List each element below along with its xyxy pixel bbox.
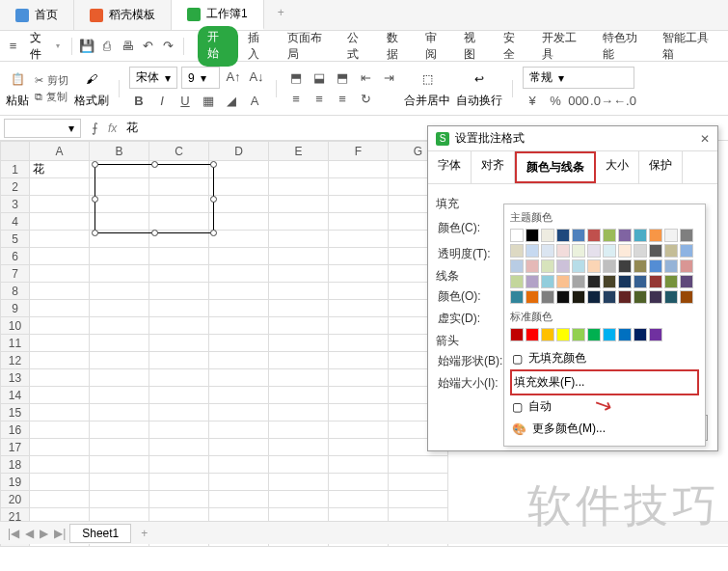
indent-inc-button[interactable]: ⇥ — [379, 68, 398, 88]
color-swatch[interactable] — [526, 229, 539, 242]
color-swatch[interactable] — [603, 290, 616, 304]
cell[interactable] — [329, 456, 389, 474]
italic-button[interactable]: I — [152, 91, 172, 110]
color-swatch[interactable] — [634, 290, 647, 304]
orientation-button[interactable]: ↻ — [356, 90, 375, 109]
cell[interactable] — [389, 491, 448, 508]
color-swatch[interactable] — [510, 229, 524, 242]
cell[interactable] — [30, 196, 90, 213]
row-header[interactable]: 18 — [1, 456, 30, 474]
cell[interactable] — [209, 352, 269, 369]
align-top-button[interactable]: ⬒ — [286, 68, 306, 88]
color-swatch[interactable] — [680, 229, 693, 242]
row-header[interactable]: 15 — [1, 404, 30, 421]
color-swatch[interactable] — [680, 290, 693, 304]
cell[interactable] — [329, 491, 389, 508]
cell[interactable] — [90, 335, 149, 352]
color-swatch[interactable] — [664, 244, 678, 258]
cell[interactable] — [149, 474, 209, 491]
cell[interactable] — [269, 387, 329, 404]
color-swatch[interactable] — [526, 259, 539, 273]
tab-font[interactable]: 字体 — [428, 151, 472, 183]
cell[interactable] — [329, 439, 389, 456]
cell[interactable] — [269, 335, 329, 352]
color-swatch[interactable] — [510, 290, 524, 304]
cell[interactable] — [90, 317, 149, 335]
cell[interactable] — [149, 439, 209, 456]
cell[interactable] — [30, 387, 90, 404]
color-swatch[interactable] — [634, 259, 647, 273]
cell[interactable] — [90, 265, 149, 283]
color-swatch[interactable] — [541, 328, 554, 341]
cell[interactable] — [329, 231, 389, 248]
ribbon-tab-layout[interactable]: 页面布局 — [280, 26, 338, 67]
color-swatch[interactable] — [541, 229, 554, 242]
color-swatch[interactable] — [541, 244, 554, 258]
ribbon-tab-feature[interactable]: 特色功能 — [595, 26, 654, 67]
wrap-button[interactable]: ↩ 自动换行 — [456, 68, 502, 109]
align-left-button[interactable]: ≡ — [286, 90, 306, 109]
format-painter-button[interactable]: 🖌 格式刷 — [74, 68, 109, 109]
ribbon-tab-review[interactable]: 审阅 — [418, 26, 454, 67]
currency-button[interactable]: ¥ — [523, 91, 542, 110]
color-swatch[interactable] — [572, 259, 585, 273]
merge-button[interactable]: ⬚ 合并居中 — [404, 68, 450, 109]
color-swatch[interactable] — [587, 328, 601, 341]
row-header[interactable]: 8 — [1, 283, 30, 300]
cell[interactable] — [30, 439, 90, 456]
cell[interactable] — [90, 421, 149, 439]
align-right-button[interactable]: ≡ — [333, 90, 352, 109]
cell[interactable] — [149, 265, 209, 283]
col-header[interactable]: B — [90, 142, 149, 161]
cell[interactable] — [269, 474, 329, 491]
cell[interactable] — [329, 369, 389, 387]
tab-size[interactable]: 大小 — [596, 151, 639, 183]
color-swatch[interactable] — [664, 275, 678, 288]
color-swatch[interactable] — [603, 259, 616, 273]
cell[interactable] — [209, 335, 269, 352]
cell[interactable] — [209, 317, 269, 335]
color-swatch[interactable] — [587, 275, 601, 288]
tab-templates[interactable]: 稻壳模板 — [74, 0, 172, 30]
color-swatch[interactable] — [649, 244, 662, 258]
row-header[interactable]: 5 — [1, 231, 30, 248]
color-swatch[interactable] — [618, 229, 632, 242]
col-header[interactable]: A — [30, 142, 90, 161]
number-format-select[interactable]: 常规▾ — [523, 67, 634, 89]
cell[interactable] — [90, 491, 149, 508]
tab-home[interactable]: 首页 — [0, 0, 74, 30]
more-colors-option[interactable]: 🎨更多颜色(M)... — [510, 418, 699, 440]
row-header[interactable]: 14 — [1, 387, 30, 404]
cell[interactable] — [149, 300, 209, 317]
comma-button[interactable]: 000 — [569, 91, 588, 110]
row-header[interactable]: 11 — [1, 335, 30, 352]
cell[interactable] — [30, 248, 90, 265]
color-swatch[interactable] — [510, 275, 524, 288]
color-swatch[interactable] — [649, 328, 662, 341]
cell[interactable] — [209, 421, 269, 439]
add-sheet-button[interactable]: + — [135, 527, 153, 540]
inc-decimal-button[interactable]: .0→ — [592, 91, 611, 110]
cell[interactable] — [90, 474, 149, 491]
increase-font-button[interactable]: A↑ — [224, 67, 243, 86]
cell[interactable] — [209, 265, 269, 283]
cell[interactable] — [209, 248, 269, 265]
color-swatch[interactable] — [556, 244, 570, 258]
next-sheet-icon[interactable]: ▶ — [40, 527, 48, 540]
cell[interactable] — [269, 317, 329, 335]
prev-sheet-icon[interactable]: ◀ — [25, 527, 34, 540]
bold-button[interactable]: B — [129, 91, 148, 110]
print-icon[interactable]: 🖶 — [119, 37, 137, 56]
color-swatch[interactable] — [603, 275, 616, 288]
last-sheet-icon[interactable]: ▶| — [54, 527, 66, 540]
row-header[interactable]: 3 — [1, 196, 30, 213]
print-preview-icon[interactable]: ⎙ — [98, 37, 117, 56]
cell[interactable] — [90, 439, 149, 456]
cell[interactable] — [30, 421, 90, 439]
color-swatch[interactable] — [618, 275, 632, 288]
fill-color-button[interactable]: ◢ — [222, 91, 241, 110]
cell[interactable] — [30, 300, 90, 317]
cell[interactable] — [30, 283, 90, 300]
row-header[interactable]: 20 — [1, 491, 30, 508]
cell[interactable] — [329, 178, 389, 196]
